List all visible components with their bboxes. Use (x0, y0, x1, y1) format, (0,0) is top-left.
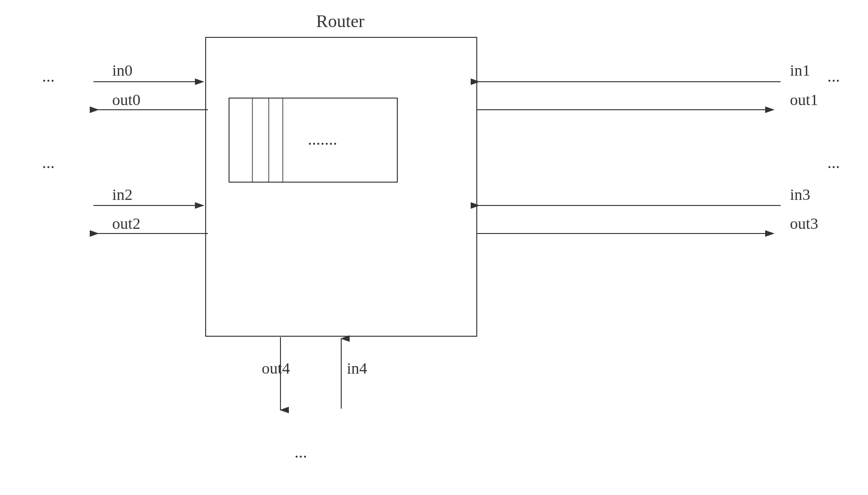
inner-dots: ....... (308, 130, 337, 148)
in0-label: in0 (112, 62, 132, 79)
out0-label: out0 (112, 91, 140, 108)
out2-label: out2 (112, 215, 140, 232)
in3-label: in3 (790, 186, 810, 203)
out3-label: out3 (790, 215, 818, 232)
out4-label: out4 (262, 360, 290, 377)
left-top-ellipsis: ... (42, 67, 55, 85)
out1-label: out1 (790, 91, 818, 108)
in2-label: in2 (112, 186, 132, 203)
right-mid-ellipsis: ... (827, 153, 840, 172)
bottom-ellipsis: ... (294, 443, 307, 461)
in4-label: in4 (347, 360, 367, 377)
diagram: Router ....... in0 out0 in2 out2 ... ...… (0, 0, 868, 495)
left-mid-ellipsis: ... (42, 153, 55, 172)
router-title: Router (316, 11, 365, 31)
right-top-ellipsis: ... (827, 67, 840, 85)
router-box (206, 37, 477, 336)
in1-label: in1 (790, 62, 810, 79)
